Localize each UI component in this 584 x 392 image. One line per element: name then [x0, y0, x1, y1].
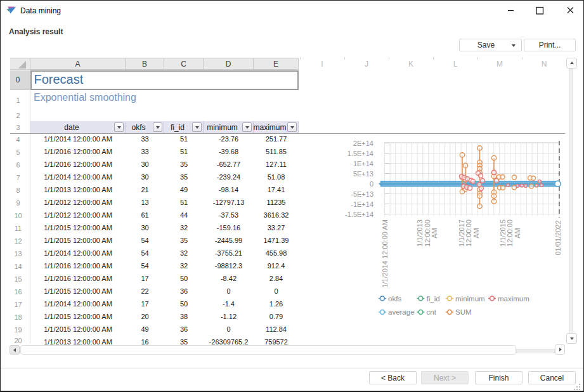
svg-text:12:00:00: 12:00:00	[424, 219, 431, 247]
svg-text:12:00:00: 12:00:00	[465, 219, 472, 247]
svg-text:average: average	[388, 308, 415, 316]
svg-text:okfs: okfs	[388, 295, 401, 303]
svg-text:SUM: SUM	[455, 308, 472, 316]
svg-text:2E+14: 2E+14	[353, 140, 373, 147]
svg-text:-1E+14: -1E+14	[351, 200, 373, 208]
svg-text:1E+14: 1E+14	[353, 160, 373, 167]
svg-text:AM: AM	[472, 228, 480, 238]
svg-text:AM: AM	[514, 228, 521, 238]
svg-text:cnt: cnt	[427, 308, 437, 316]
svg-text:5E+13: 5E+13	[353, 170, 373, 178]
svg-text:0: 0	[370, 180, 373, 188]
svg-text:1/1/2017: 1/1/2017	[458, 219, 465, 247]
svg-text:1/1/2015: 1/1/2015	[499, 219, 507, 247]
svg-text:-1.5E+14: -1.5E+14	[345, 211, 373, 218]
svg-text:minimum: minimum	[455, 295, 485, 303]
svg-text:01/01/2022: 01/01/2022	[554, 220, 562, 255]
svg-text:1/1/2014 12:00:00 AM: 1/1/2014 12:00:00 AM	[381, 219, 389, 288]
svg-text:1.5E+14: 1.5E+14	[347, 150, 373, 157]
svg-text:12:00:00: 12:00:00	[506, 219, 514, 247]
svg-text:maximum: maximum	[498, 295, 529, 303]
svg-text:fi_id: fi_id	[427, 295, 440, 303]
svg-text:1/1/2013: 1/1/2013	[416, 219, 424, 247]
svg-text:-5E+13: -5E+13	[351, 190, 373, 198]
svg-text:AM: AM	[431, 228, 438, 238]
